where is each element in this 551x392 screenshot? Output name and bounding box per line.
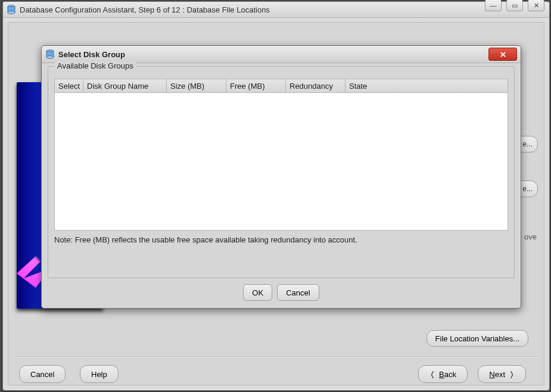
chevron-right-icon: ❭ bbox=[509, 370, 515, 378]
maximize-icon: ▭ bbox=[512, 2, 518, 10]
minimize-icon: — bbox=[490, 2, 497, 9]
chevron-left-icon: ❬ bbox=[429, 370, 435, 378]
ok-label: OK bbox=[252, 288, 263, 297]
col-redundancy[interactable]: Redundancy bbox=[286, 79, 345, 92]
table-header: Select Disk Group Name Size (MB) Free (M… bbox=[54, 79, 508, 93]
close-button[interactable]: ✕ bbox=[528, 0, 544, 11]
wizard-cancel-label: Cancel bbox=[30, 370, 54, 379]
parent-window: Database Configuration Assistant, Step 6… bbox=[2, 1, 550, 391]
table-body[interactable] bbox=[54, 93, 508, 231]
dialog-close-button[interactable] bbox=[488, 48, 517, 61]
close-icon bbox=[500, 51, 506, 58]
svg-point-2 bbox=[8, 11, 15, 14]
database-icon bbox=[45, 49, 55, 59]
maximize-button[interactable]: ▭ bbox=[506, 0, 523, 11]
note-text: Note: Free (MB) reflects the usable free… bbox=[54, 235, 508, 244]
col-state[interactable]: State bbox=[345, 79, 508, 92]
col-size[interactable]: Size (MB) bbox=[167, 79, 226, 92]
wizard-back-button[interactable]: ❬ Back bbox=[418, 365, 468, 383]
close-icon: ✕ bbox=[534, 2, 539, 10]
browse-label: e... bbox=[522, 185, 533, 193]
cancel-button[interactable]: Cancel bbox=[277, 284, 319, 301]
minimize-button[interactable]: — bbox=[485, 0, 502, 11]
wizard-back-label: Back bbox=[439, 370, 456, 379]
wizard-next-button[interactable]: Next ❭ bbox=[478, 365, 526, 383]
wizard-help-button[interactable]: Help bbox=[80, 365, 119, 383]
groupbox-title: Available Disk Groups bbox=[54, 61, 136, 70]
file-location-variables-button[interactable]: File Location Variables... bbox=[427, 330, 528, 347]
database-icon bbox=[7, 5, 16, 14]
col-select[interactable]: Select bbox=[55, 79, 83, 92]
wizard-cancel-button[interactable]: Cancel bbox=[19, 365, 66, 383]
ok-button[interactable]: OK bbox=[243, 284, 272, 301]
wizard-next-label: Next bbox=[489, 370, 505, 379]
browse-label: e... bbox=[522, 140, 533, 148]
col-free[interactable]: Free (MB) bbox=[226, 79, 286, 92]
cancel-label: Cancel bbox=[286, 288, 310, 297]
select-disk-group-dialog: Select Disk Group Available Disk Groups … bbox=[41, 45, 521, 309]
dialog-title: Select Disk Group bbox=[58, 50, 125, 59]
dialog-client: Available Disk Groups Select Disk Group … bbox=[48, 66, 515, 278]
wizard-help-label: Help bbox=[91, 370, 107, 379]
background-text-right: ove bbox=[524, 232, 537, 241]
parent-title: Database Configuration Assistant, Step 6… bbox=[20, 5, 270, 14]
svg-point-5 bbox=[46, 56, 54, 59]
col-disk-group-name[interactable]: Disk Group Name bbox=[83, 79, 167, 92]
file-location-variables-label: File Location Variables... bbox=[435, 334, 519, 343]
available-disk-groups-box: Available Disk Groups Select Disk Group … bbox=[48, 66, 515, 278]
separator bbox=[14, 356, 538, 357]
parent-client: Specify storage type and locations for d… bbox=[8, 22, 544, 385]
parent-titlebar[interactable]: Database Configuration Assistant, Step 6… bbox=[3, 2, 549, 18]
dialog-titlebar[interactable]: Select Disk Group bbox=[42, 46, 521, 63]
